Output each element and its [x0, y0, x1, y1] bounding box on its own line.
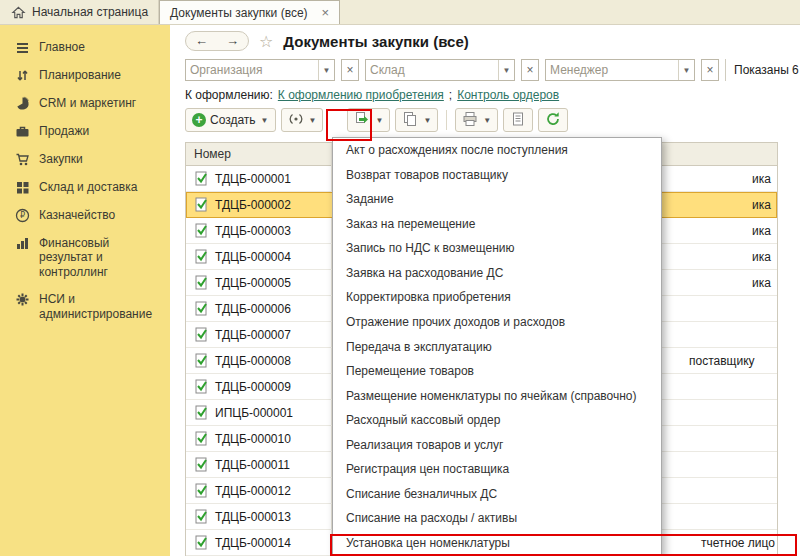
document-check-icon	[194, 275, 209, 290]
printer-icon	[462, 111, 478, 130]
document-check-icon	[194, 249, 209, 264]
toolbar-separator	[446, 110, 447, 130]
row-fragment-text: ика	[752, 224, 771, 238]
manager-input[interactable]	[546, 63, 678, 77]
tab-purchase-documents[interactable]: Документы закупки (все) ×	[159, 0, 340, 24]
menu-item-goods-movement[interactable]: Перемещение товаров	[333, 359, 661, 384]
menu-item-discrepancy-act[interactable]: Акт о расхождениях после поступления	[333, 138, 661, 163]
organization-clear-button[interactable]: ×	[341, 59, 359, 81]
sidebar-item-finance[interactable]: Финансовый результат и контроллинг	[0, 229, 170, 285]
tab-close-icon[interactable]: ×	[322, 6, 330, 19]
history-nav: ← →	[185, 31, 249, 51]
menu-item-supplier-prices[interactable]: Регистрация цен поставщика	[333, 457, 661, 482]
results-count: Показаны 6 х	[725, 59, 800, 81]
links-separator: ;	[449, 88, 452, 102]
briefcase-icon	[14, 123, 30, 139]
chevron-down-icon[interactable]: ▼	[318, 60, 334, 80]
link-purchase-processing[interactable]: К оформлению приобретения	[278, 88, 444, 102]
document-check-icon	[194, 379, 209, 394]
sidebar-item-main[interactable]: Главное	[0, 33, 170, 61]
back-button[interactable]: ←	[186, 32, 217, 50]
sidebar-item-warehouse[interactable]: Склад и доставка	[0, 173, 170, 201]
menu-item-goods-sale[interactable]: Реализация товаров и услуг	[333, 432, 661, 457]
discussions-button[interactable]: ▼	[281, 108, 324, 132]
document-check-icon	[194, 405, 209, 420]
to-process-label: К оформлению:	[185, 88, 273, 102]
menu-item-writeoff-cashless[interactable]: Списание безналичных ДС	[333, 481, 661, 506]
cart-icon	[14, 151, 30, 167]
grid-icon	[14, 179, 30, 195]
chevron-down-icon[interactable]: ▼	[678, 60, 694, 80]
organization-filter: ▼	[185, 59, 335, 81]
planning-icon	[14, 67, 30, 83]
row-fragment-text: ика	[752, 276, 771, 290]
menu-item-set-item-prices[interactable]: Установка цен номенклатуры	[333, 531, 661, 556]
manager-clear-button[interactable]: ×	[701, 59, 719, 81]
list-settings-button[interactable]	[503, 108, 533, 132]
sections-sidebar: Главное Планирование CRM и маркетинг Про…	[0, 25, 170, 556]
document-check-icon	[194, 457, 209, 472]
svg-text:₽: ₽	[19, 211, 24, 220]
create-button[interactable]: + Создать ▼	[185, 108, 276, 132]
menu-item-vat-record[interactable]: Запись по НДС к возмещению	[333, 236, 661, 261]
chevron-down-icon: ▼	[483, 116, 491, 125]
menu-item-return-to-supplier[interactable]: Возврат товаров поставщику	[333, 163, 661, 188]
document-check-icon	[194, 535, 209, 550]
signal-icon	[288, 111, 304, 130]
copy-documents-icon	[402, 111, 418, 130]
chevron-down-icon[interactable]: ▼	[498, 60, 514, 80]
chevron-down-icon: ▼	[309, 116, 317, 125]
sidebar-item-sales[interactable]: Продажи	[0, 117, 170, 145]
print-button[interactable]: ▼	[455, 108, 498, 132]
document-check-icon	[194, 353, 209, 368]
bar-chart-icon	[14, 235, 30, 251]
warehouse-input[interactable]	[366, 63, 498, 77]
refresh-icon	[545, 111, 561, 130]
document-check-icon	[194, 197, 209, 212]
favorite-star-icon[interactable]: ☆	[259, 32, 273, 51]
forward-button[interactable]: →	[217, 32, 248, 50]
menu-item-task[interactable]: Задание	[333, 187, 661, 212]
window-tab-bar: Начальная страница Документы закупки (вс…	[0, 0, 800, 25]
sidebar-item-crm[interactable]: CRM и маркетинг	[0, 89, 170, 117]
ruble-circle-icon: ₽	[14, 207, 30, 223]
warehouse-clear-button[interactable]: ×	[521, 59, 539, 81]
warehouse-filter: ▼	[365, 59, 515, 81]
tab-purchase-documents-label: Документы закупки (все)	[170, 6, 307, 20]
link-order-control[interactable]: Контроль ордеров	[457, 88, 559, 102]
sidebar-item-purchases[interactable]: Закупки	[0, 145, 170, 173]
create-based-on-button[interactable]: ▼	[347, 108, 390, 132]
menu-item-bin-placement[interactable]: Размещение номенклатуры по ячейкам (спра…	[333, 383, 661, 408]
document-check-icon	[194, 483, 209, 498]
menu-item-writeoff-expenses[interactable]: Списание на расходы / активы	[333, 506, 661, 531]
page-title: Документы закупки (все)	[283, 33, 468, 50]
sidebar-item-planning[interactable]: Планирование	[0, 61, 170, 89]
chevron-down-icon: ▼	[423, 116, 431, 125]
menu-item-transfer-order[interactable]: Заказ на перемещение	[333, 212, 661, 237]
create-based-on-menu: Акт о расхождениях после поступления Воз…	[332, 137, 662, 556]
tab-home-label: Начальная страница	[32, 5, 148, 19]
menu-item-commissioning[interactable]: Передача в эксплуатацию	[333, 334, 661, 359]
sidebar-item-admin[interactable]: НСИ и администрирование	[0, 285, 170, 327]
chevron-down-icon: ▼	[375, 116, 383, 125]
organization-input[interactable]	[186, 63, 318, 77]
manager-filter: ▼	[545, 59, 695, 81]
create-based-on-icon	[354, 111, 370, 130]
row-fragment-text: ика	[752, 172, 771, 186]
row-fragment-text: тчетное лицо	[701, 536, 775, 550]
refresh-button[interactable]	[538, 108, 568, 132]
column-header-number[interactable]: Номер	[194, 147, 231, 161]
tab-home[interactable]: Начальная страница	[0, 0, 159, 24]
pie-chart-icon	[14, 95, 30, 111]
menu-item-cash-request[interactable]: Заявка на расходование ДС	[333, 261, 661, 286]
list-icon	[510, 111, 526, 130]
reports-button[interactable]: ▼	[395, 108, 438, 132]
document-check-icon	[194, 171, 209, 186]
menu-item-purchase-correction[interactable]: Корректировка приобретения	[333, 285, 661, 310]
sidebar-item-treasury[interactable]: ₽ Казначейство	[0, 201, 170, 229]
document-check-icon	[194, 431, 209, 446]
document-check-icon	[194, 509, 209, 524]
menu-item-other-income-expense[interactable]: Отражение прочих доходов и расходов	[333, 310, 661, 335]
menu-item-cash-voucher[interactable]: Расходный кассовый ордер	[333, 408, 661, 433]
document-check-icon	[194, 223, 209, 238]
